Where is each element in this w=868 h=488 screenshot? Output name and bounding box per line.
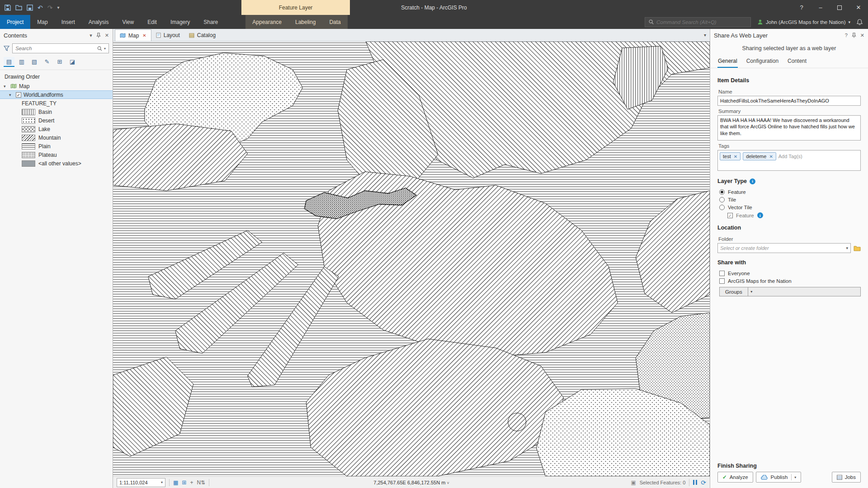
tab-labeling[interactable]: Labeling <box>288 15 322 29</box>
publish-button[interactable]: Publish ▾ <box>756 472 802 483</box>
jobs-button[interactable]: Jobs <box>832 472 861 483</box>
list-by-drawing-order-icon[interactable]: ▤ <box>4 57 14 67</box>
feature-radio[interactable] <box>719 189 725 195</box>
tab-analysis[interactable]: Analysis <box>82 15 116 29</box>
tab-data[interactable]: Data <box>322 15 347 29</box>
snapping-toggle-icon[interactable]: ▦ <box>173 479 178 486</box>
tree-item-map[interactable]: ▾ Map <box>0 82 113 90</box>
legend-item-plateau[interactable]: Plateau <box>0 150 113 159</box>
list-by-selection-icon[interactable]: ▧ <box>29 57 40 67</box>
add-tags-placeholder[interactable]: Add Tag(s) <box>778 152 802 159</box>
legend-item-plain[interactable]: Plain <box>0 142 113 150</box>
vector-tile-radio[interactable] <box>719 205 725 210</box>
share-pane-close-icon[interactable]: ✕ <box>860 33 864 38</box>
legend-item-other-values[interactable]: <all other values> <box>0 159 113 168</box>
view-tab-layout[interactable]: Layout <box>151 29 184 41</box>
tab-content[interactable]: Content <box>787 56 807 68</box>
grid-toggle-icon[interactable]: ⊞ <box>182 479 186 486</box>
tab-edit[interactable]: Edit <box>141 15 164 29</box>
contents-search-chevron-icon[interactable]: ▾ <box>104 47 106 51</box>
folder-chevron-icon[interactable]: ▾ <box>846 246 848 250</box>
open-project-icon[interactable] <box>15 5 22 10</box>
legend-item-lake[interactable]: Lake <box>0 125 113 133</box>
tree-item-worldlandforms[interactable]: ▾ ✓ WorldLandforms <box>0 90 113 99</box>
layer-visibility-checkbox[interactable]: ✓ <box>16 92 21 98</box>
share-pane-help-icon[interactable]: ? <box>845 33 848 38</box>
summary-field[interactable]: BWA HA HA HA HAAA! We have discovered a … <box>717 115 861 141</box>
tab-imagery[interactable]: Imagery <box>164 15 197 29</box>
tree-item-feature-ty[interactable]: FEATURE_TY <box>0 99 113 108</box>
tab-share[interactable]: Share <box>197 15 225 29</box>
view-tabs-menu-icon[interactable]: ▾ <box>704 33 710 38</box>
help-button[interactable]: ? <box>792 0 811 15</box>
tab-view[interactable]: View <box>115 15 141 29</box>
everyone-checkbox-row[interactable]: Everyone <box>719 271 861 276</box>
minimize-button[interactable]: – <box>811 0 830 15</box>
add-data-icon[interactable]: + <box>190 479 193 486</box>
close-view-icon[interactable]: ✕ <box>142 33 146 38</box>
folder-combo[interactable]: Select or create folder ▾ <box>717 243 851 253</box>
close-button[interactable]: ✕ <box>849 0 868 15</box>
save-project-icon[interactable] <box>27 5 33 11</box>
analyze-button[interactable]: ✓ Analyze <box>717 472 753 483</box>
tags-field[interactable]: test ✕ deleteme ✕ Add Tag(s) <box>717 150 861 171</box>
groups-split-button[interactable]: Groups ▾ <box>719 287 861 296</box>
navigation-mode-icon[interactable]: N⇅ <box>197 479 205 486</box>
command-search-input[interactable] <box>656 19 747 25</box>
legend-item-basin[interactable]: Basin <box>0 108 113 116</box>
layer-type-info-icon[interactable]: i <box>750 178 755 184</box>
everyone-checkbox[interactable] <box>719 271 725 276</box>
refresh-icon[interactable]: ⟳ <box>701 479 706 486</box>
contents-close-icon[interactable]: ✕ <box>105 33 109 38</box>
tab-configuration[interactable]: Configuration <box>746 56 779 68</box>
share-pane-pin-icon[interactable] <box>852 33 856 38</box>
map-canvas[interactable] <box>113 42 710 476</box>
feature-sub-info-icon[interactable]: i <box>757 212 763 218</box>
legend-item-mountain[interactable]: Mountain <box>0 133 113 142</box>
view-tab-map[interactable]: Map ✕ <box>115 29 151 41</box>
feature-sub-checkbox[interactable]: ✓ <box>727 213 733 218</box>
redo-icon[interactable]: ↷ <box>47 4 53 11</box>
list-by-labeling-icon[interactable]: ◪ <box>67 57 78 67</box>
command-search[interactable] <box>645 17 751 27</box>
remove-tag-icon[interactable]: ✕ <box>734 154 737 159</box>
groups-chevron-icon[interactable]: ▾ <box>748 287 755 296</box>
user-menu[interactable]: John (ArcGIS Maps for the Nation) ▾ <box>757 19 850 25</box>
radio-vector-tile[interactable]: Vector Tile <box>719 205 861 210</box>
name-field[interactable] <box>717 96 861 106</box>
save-icon[interactable] <box>5 5 11 11</box>
tab-appearance[interactable]: Appearance <box>245 15 288 29</box>
undo-icon[interactable]: ↶ <box>38 4 43 11</box>
browse-folder-icon[interactable] <box>854 245 861 251</box>
tab-map[interactable]: Map <box>30 15 54 29</box>
tab-insert[interactable]: Insert <box>55 15 82 29</box>
tab-project[interactable]: Project <box>0 15 30 29</box>
radio-feature[interactable]: Feature <box>719 189 861 195</box>
view-tab-catalog[interactable]: Catalog <box>184 29 220 41</box>
feature-sub-checkbox-row[interactable]: ✓ Feature i <box>727 212 861 218</box>
contents-pin-icon[interactable] <box>96 33 101 38</box>
list-by-snapping-icon[interactable]: ⊞ <box>54 57 65 67</box>
org-checkbox[interactable] <box>719 278 725 284</box>
tab-general[interactable]: General <box>717 56 738 68</box>
customize-qat-icon[interactable]: ▾ <box>57 5 59 10</box>
legend-label: Lake <box>38 126 50 132</box>
maximize-button[interactable] <box>830 0 849 15</box>
filter-icon[interactable] <box>4 46 9 51</box>
expander-icon[interactable]: ▾ <box>9 93 14 97</box>
contents-search-input[interactable] <box>15 46 95 51</box>
contents-search[interactable]: ▾ <box>12 43 109 53</box>
tile-radio[interactable] <box>719 197 725 202</box>
legend-item-desert[interactable]: Desert <box>0 116 113 125</box>
publish-chevron-icon[interactable]: ▾ <box>791 474 796 480</box>
org-checkbox-row[interactable]: ArcGIS Maps for the Nation <box>719 278 861 284</box>
remove-tag-icon[interactable]: ✕ <box>769 154 773 159</box>
expander-icon[interactable]: ▾ <box>4 84 8 89</box>
notifications-icon[interactable] <box>857 19 863 25</box>
list-by-editing-icon[interactable]: ✎ <box>42 57 52 67</box>
list-by-data-source-icon[interactable]: ▥ <box>16 57 27 67</box>
pause-drawing-icon[interactable] <box>693 480 697 485</box>
contents-menu-icon[interactable]: ▾ <box>90 33 92 38</box>
scale-combo[interactable]: 1:11,110,024 ▾ <box>117 478 165 487</box>
radio-tile[interactable]: Tile <box>719 197 861 202</box>
